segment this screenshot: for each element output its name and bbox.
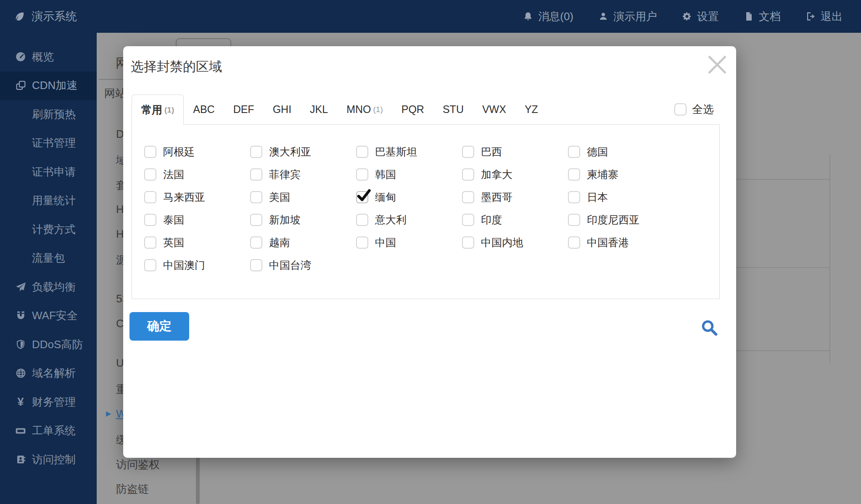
region-option-泰国[interactable]: 泰国 — [144, 208, 250, 231]
sidebar-item-access-control[interactable]: 访问控制 — [0, 445, 97, 474]
region-option-加拿大[interactable]: 加拿大 — [462, 163, 568, 186]
bg-scrollbar[interactable] — [196, 455, 200, 504]
tab-常用[interactable]: 常用 (1) — [132, 94, 184, 125]
nav-messages[interactable]: 消息(0) — [523, 9, 573, 24]
tab-DEF[interactable]: DEF — [224, 94, 264, 124]
region-option-缅甸[interactable]: 缅甸 — [356, 186, 462, 208]
region-checkbox[interactable] — [356, 146, 368, 158]
region-checkbox[interactable] — [144, 236, 156, 249]
tab-STU[interactable]: STU — [433, 94, 473, 124]
sidebar-label: CDN加速 — [32, 78, 77, 93]
region-checkbox[interactable] — [462, 214, 474, 226]
region-checkbox[interactable] — [250, 146, 262, 158]
region-option-中国香港[interactable]: 中国香港 — [568, 231, 674, 254]
tab-VWX[interactable]: VWX — [473, 94, 515, 124]
nav-docs[interactable]: 文档 — [743, 9, 781, 24]
region-checkbox[interactable] — [250, 236, 262, 249]
tab-YZ[interactable]: YZ — [515, 94, 547, 124]
sidebar-item-waf[interactable]: WAF安全 — [0, 302, 97, 331]
region-option-英国[interactable]: 英国 — [144, 231, 250, 254]
region-option-法国[interactable]: 法国 — [144, 163, 250, 186]
sidebar-label: 负载均衡 — [32, 280, 76, 294]
tab-label: JKL — [310, 103, 328, 116]
region-option-澳大利亚[interactable]: 澳大利亚 — [250, 140, 356, 163]
region-checkbox[interactable] — [568, 236, 580, 249]
region-checkbox[interactable] — [250, 168, 262, 181]
region-option-美国[interactable]: 美国 — [250, 186, 356, 208]
region-option-墨西哥[interactable]: 墨西哥 — [462, 186, 568, 208]
region-option-印度[interactable]: 印度 — [462, 208, 568, 231]
region-checkbox[interactable] — [250, 191, 262, 203]
region-checkbox[interactable] — [144, 146, 156, 158]
sidebar-item-traffic-pack[interactable]: 流量包 — [0, 244, 97, 273]
sidebar-item-overview[interactable]: 概览 — [0, 42, 97, 71]
region-checkbox[interactable] — [356, 236, 368, 249]
tab-JKL[interactable]: JKL — [301, 94, 337, 124]
region-option-意大利[interactable]: 意大利 — [356, 208, 462, 231]
bg-menu-fragment: ▶ D — [116, 128, 124, 141]
region-option-中国台湾[interactable]: 中国台湾 — [250, 254, 356, 276]
tab-ABC[interactable]: ABC — [184, 94, 224, 124]
confirm-button[interactable]: 确定 — [129, 312, 189, 341]
region-option-马来西亚[interactable]: 马来西亚 — [144, 186, 250, 208]
sidebar-item-ddos[interactable]: DDoS高防 — [0, 330, 97, 359]
tab-PQR[interactable]: PQR — [392, 94, 433, 124]
tab-MNO[interactable]: MNO (1) — [337, 94, 392, 124]
region-checkbox[interactable] — [250, 259, 262, 271]
region-checkbox[interactable] — [356, 214, 368, 226]
region-option-中国澳门[interactable]: 中国澳门 — [144, 254, 250, 276]
region-option-日本[interactable]: 日本 — [568, 186, 674, 208]
region-option-新加坡[interactable]: 新加坡 — [250, 208, 356, 231]
region-option-柬埔寨[interactable]: 柬埔寨 — [568, 163, 674, 186]
sidebar-item-billing[interactable]: 计费方式 — [0, 215, 97, 244]
region-checkbox[interactable] — [462, 146, 474, 158]
region-option-德国[interactable]: 德国 — [568, 140, 674, 163]
sidebar-item-cert-apply[interactable]: 证书申请 — [0, 158, 97, 186]
region-checkbox[interactable] — [568, 168, 580, 181]
sidebar-item-finance[interactable]: ¥ 财务管理 — [0, 388, 97, 417]
sidebar-item-cert-manage[interactable]: 证书管理 — [0, 129, 97, 158]
region-checkbox[interactable] — [144, 259, 156, 271]
sidebar-item-cdn[interactable]: CDN加速 — [0, 71, 97, 100]
select-all-checkbox[interactable] — [674, 103, 687, 116]
region-checkbox[interactable] — [568, 146, 580, 158]
sidebar-item-refresh-prewarm[interactable]: 刷新预热 — [0, 100, 97, 129]
search-icon[interactable] — [700, 318, 719, 338]
region-checkbox[interactable] — [144, 191, 156, 203]
region-checkbox[interactable] — [568, 214, 580, 226]
region-option-菲律宾[interactable]: 菲律宾 — [250, 163, 356, 186]
close-icon[interactable] — [707, 54, 728, 76]
region-option-中国内地[interactable]: 中国内地 — [462, 231, 568, 254]
gear-icon — [681, 11, 692, 22]
region-checkbox[interactable] — [144, 214, 156, 226]
sidebar-item-dns[interactable]: 域名解析 — [0, 359, 97, 388]
nav-settings[interactable]: 设置 — [681, 9, 719, 24]
nav-logout[interactable]: 退出 — [805, 9, 843, 24]
sidebar-item-usage-stats[interactable]: 用量统计 — [0, 186, 97, 215]
tab-GHI[interactable]: GHI — [264, 94, 301, 124]
nav-user[interactable]: 演示用户 — [598, 9, 657, 24]
region-checkbox[interactable] — [568, 191, 580, 203]
region-checkbox[interactable] — [462, 168, 474, 181]
select-all[interactable]: 全选 — [674, 102, 714, 117]
region-option-印度尼西亚[interactable]: 印度尼西亚 — [568, 208, 674, 231]
region-option-巴西[interactable]: 巴西 — [462, 140, 568, 163]
region-checkbox[interactable] — [250, 214, 262, 226]
region-label: 柬埔寨 — [587, 168, 618, 181]
region-option-越南[interactable]: 越南 — [250, 231, 356, 254]
sidebar-item-load-balance[interactable]: 负载均衡 — [0, 273, 97, 302]
region-option-中国[interactable]: 中国 — [356, 231, 462, 254]
region-checkbox[interactable] — [462, 191, 474, 203]
tab-count-badge: (1) — [373, 105, 383, 114]
region-option-巴基斯坦[interactable]: 巴基斯坦 — [356, 140, 462, 163]
region-checkbox[interactable] — [144, 168, 156, 181]
region-checkbox[interactable] — [462, 236, 474, 249]
region-option-阿根廷[interactable]: 阿根廷 — [144, 140, 250, 163]
region-checkbox[interactable] — [356, 191, 368, 203]
modal-tabs: 常用 (1) ABC DEF GHI JKL MNO (1) PQR STU V… — [132, 94, 720, 124]
region-option-韩国[interactable]: 韩国 — [356, 163, 462, 186]
sidebar-item-tickets[interactable]: 工单系统 — [0, 417, 97, 446]
brand[interactable]: 演示系统 — [0, 9, 77, 24]
region-checkbox[interactable] — [356, 168, 368, 181]
nav-user-label: 演示用户 — [613, 9, 657, 24]
